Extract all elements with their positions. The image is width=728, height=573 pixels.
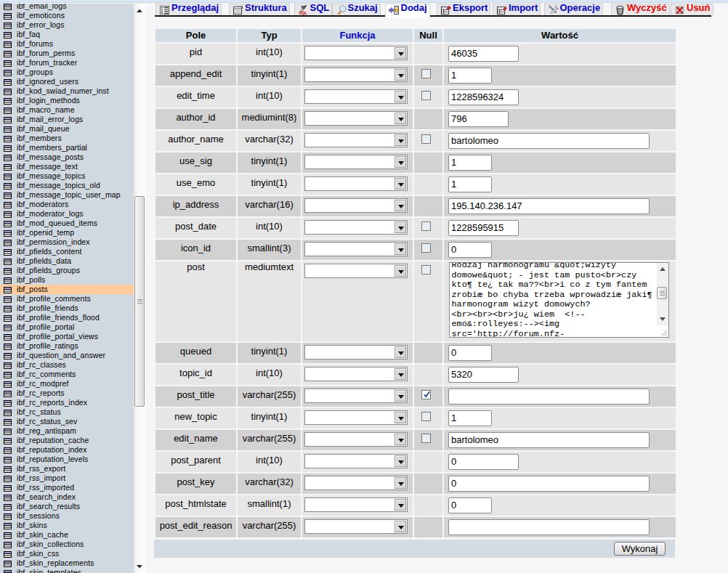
- svg-text:SQL: SQL: [299, 10, 307, 15]
